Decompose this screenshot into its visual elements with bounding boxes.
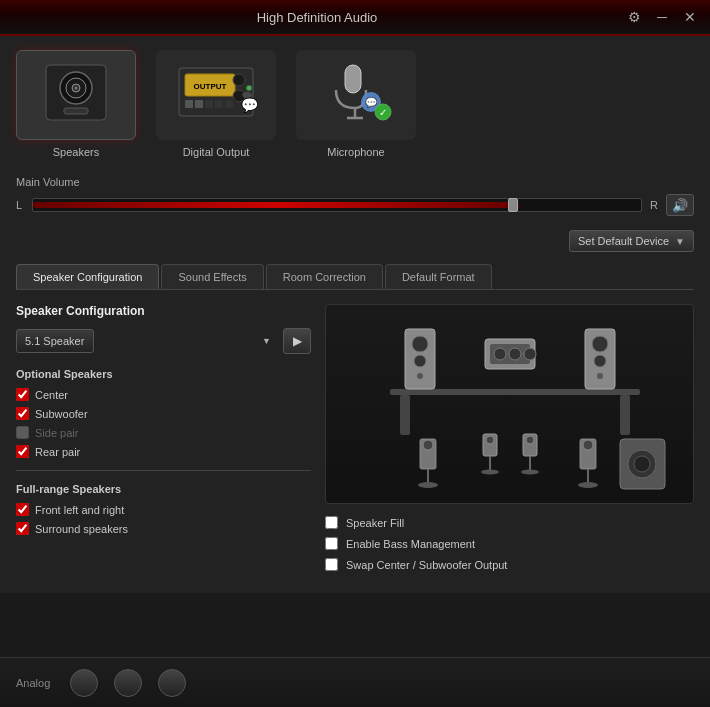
- rear-pair-checkbox[interactable]: [16, 445, 29, 458]
- bottom-bar: Analog: [0, 657, 710, 707]
- device-speakers[interactable]: Speakers: [16, 50, 136, 158]
- rear-pair-label[interactable]: Rear pair: [35, 446, 80, 458]
- svg-rect-9: [185, 100, 193, 108]
- center-label[interactable]: Center: [35, 389, 68, 401]
- set-default-device-button[interactable]: Set Default Device ▼: [569, 230, 694, 252]
- surround-speakers-checkbox[interactable]: [16, 522, 29, 535]
- svg-point-50: [578, 482, 598, 488]
- close-button[interactable]: ✕: [680, 7, 700, 27]
- svg-rect-12: [215, 100, 223, 108]
- right-controls: Set Default Device ▼: [16, 230, 694, 252]
- svg-point-40: [592, 336, 608, 352]
- svg-point-34: [524, 348, 536, 360]
- svg-rect-11: [205, 100, 213, 108]
- checkbox-enable-bass: Enable Bass Management: [325, 537, 694, 550]
- front-left-right-checkbox[interactable]: [16, 503, 29, 516]
- analog-button-1[interactable]: [70, 669, 98, 697]
- checkbox-rear-pair: Rear pair: [16, 445, 311, 458]
- swap-center-label[interactable]: Swap Center / Subwoofer Output: [346, 559, 507, 571]
- digital-output-icon-wrap: OUTPUT 💬: [156, 50, 276, 140]
- enable-bass-checkbox[interactable]: [325, 537, 338, 550]
- svg-rect-13: [225, 100, 233, 108]
- svg-point-37: [414, 355, 426, 367]
- enable-bass-label[interactable]: Enable Bass Management: [346, 538, 475, 550]
- vol-right-label: R: [650, 199, 658, 211]
- tab-sound-effects[interactable]: Sound Effects: [161, 264, 263, 289]
- volume-section: Main Volume L R 🔊: [16, 176, 694, 216]
- speaker-config-select[interactable]: 5.1 Speaker: [16, 329, 94, 353]
- devices-row: Speakers OUTPUT: [16, 50, 694, 158]
- analog-button-2[interactable]: [114, 669, 142, 697]
- analog-button-3[interactable]: [158, 669, 186, 697]
- svg-rect-10: [195, 100, 203, 108]
- speaker-fill-checkbox[interactable]: [325, 516, 338, 529]
- tab-default-format[interactable]: Default Format: [385, 264, 492, 289]
- svg-point-14: [233, 74, 245, 86]
- subwoofer-label[interactable]: Subwoofer: [35, 408, 88, 420]
- vol-left-label: L: [16, 199, 24, 211]
- svg-point-57: [481, 470, 499, 475]
- speaker-diagram: [325, 304, 694, 504]
- speaker-fill-label[interactable]: Speaker Fill: [346, 517, 404, 529]
- svg-point-38: [417, 373, 423, 379]
- volume-thumb[interactable]: [508, 198, 518, 212]
- volume-icon-button[interactable]: 🔊: [666, 194, 694, 216]
- play-test-button[interactable]: ▶: [283, 328, 311, 354]
- svg-point-4: [75, 87, 78, 90]
- checkbox-side-pair: Side pair: [16, 426, 311, 439]
- tab-room-correction[interactable]: Room Correction: [266, 264, 383, 289]
- svg-rect-27: [390, 389, 640, 395]
- full-range-speakers-title: Full-range Speakers: [16, 483, 311, 495]
- volume-slider[interactable]: [32, 198, 642, 212]
- svg-rect-5: [64, 108, 88, 114]
- speaker-icon-wrap: [16, 50, 136, 140]
- microphone-label: Microphone: [327, 146, 384, 158]
- svg-point-44: [423, 440, 433, 450]
- svg-point-46: [418, 482, 438, 488]
- microphone-svg-icon: 💬 ✓: [311, 60, 401, 130]
- svg-text:OUTPUT: OUTPUT: [194, 82, 227, 91]
- left-panel: Speaker Configuration 5.1 Speaker ▼ ▶ Op…: [16, 304, 311, 579]
- tab-speaker-configuration[interactable]: Speaker Configuration: [16, 264, 159, 289]
- gear-button[interactable]: ⚙: [624, 7, 644, 27]
- optional-speakers-title: Optional Speakers: [16, 368, 311, 380]
- speaker-label: Speakers: [53, 146, 99, 158]
- set-default-device-label: Set Default Device: [578, 235, 669, 247]
- svg-point-59: [526, 436, 534, 444]
- side-pair-checkbox[interactable]: [16, 426, 29, 439]
- checkbox-swap-center: Swap Center / Subwoofer Output: [325, 558, 694, 571]
- minimize-button[interactable]: ─: [652, 7, 672, 27]
- digital-output-svg-icon: OUTPUT 💬: [171, 60, 261, 130]
- select-row: 5.1 Speaker ▼ ▶: [16, 328, 311, 354]
- main-content: Speakers OUTPUT: [0, 36, 710, 593]
- subwoofer-checkbox[interactable]: [16, 407, 29, 420]
- title-bar-controls: ⚙ ─ ✕: [624, 7, 700, 27]
- tabs-row: Speaker Configuration Sound Effects Room…: [16, 264, 694, 290]
- speaker-config-title: Speaker Configuration: [16, 304, 311, 318]
- title-bar: High Definition Audio ⚙ ─ ✕: [0, 0, 710, 36]
- device-digital-output[interactable]: OUTPUT 💬 Digital Output: [156, 50, 276, 158]
- checkbox-subwoofer: Subwoofer: [16, 407, 311, 420]
- svg-rect-20: [345, 65, 361, 93]
- right-options: Speaker Fill Enable Bass Management Swap…: [325, 516, 694, 571]
- volume-row: L R 🔊: [16, 194, 694, 216]
- front-left-right-label[interactable]: Front left and right: [35, 504, 124, 516]
- divider: [16, 470, 311, 471]
- microphone-icon-wrap: 💬 ✓: [296, 50, 416, 140]
- svg-text:💬: 💬: [241, 97, 259, 114]
- svg-point-41: [594, 355, 606, 367]
- svg-point-53: [634, 456, 650, 472]
- checkbox-front-left-right: Front left and right: [16, 503, 311, 516]
- svg-point-55: [486, 436, 494, 444]
- svg-point-36: [412, 336, 428, 352]
- svg-text:💬: 💬: [365, 96, 378, 109]
- panel-body: Speaker Configuration 5.1 Speaker ▼ ▶ Op…: [16, 304, 694, 579]
- speaker-svg-icon: [36, 60, 116, 130]
- speaker-diagram-svg: [340, 309, 680, 499]
- center-checkbox[interactable]: [16, 388, 29, 401]
- svg-point-48: [583, 440, 593, 450]
- surround-speakers-label[interactable]: Surround speakers: [35, 523, 128, 535]
- dropdown-arrow-icon: ▼: [675, 236, 685, 247]
- device-microphone[interactable]: 💬 ✓ Microphone: [296, 50, 416, 158]
- swap-center-checkbox[interactable]: [325, 558, 338, 571]
